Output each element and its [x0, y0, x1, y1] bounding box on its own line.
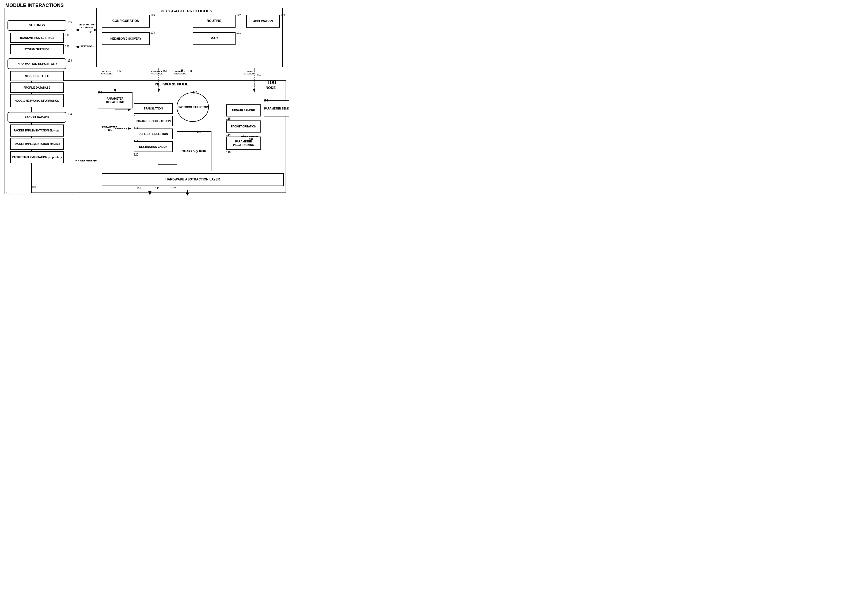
ref-112: 112 [197, 130, 201, 133]
hardware-abstraction-box: HARDWARE ABSTRACTION LAYER [102, 173, 284, 186]
parameter-151-label: PARAMETER 151 [243, 135, 259, 141]
profile-database-box: PROFILE DATABASE [10, 82, 64, 92]
ref-157: 157 [163, 70, 167, 73]
node-label: NODE [266, 86, 276, 90]
information-repository-box: INFORMATION REPOSITORY [8, 58, 67, 69]
neighbor-table-box: NEIGHBOR TABLE [10, 71, 64, 81]
ref-132: 132 [65, 45, 70, 48]
activate-protocol-label: ACTIVATE PROTOCOL [171, 70, 189, 75]
diagram: MODULE INTERACTIONS SETTINGS 135 TRANSMI… [0, 0, 289, 200]
send-parameter-label: SEND PARAMETER [242, 70, 257, 75]
ref-125: 125 [150, 14, 155, 17]
information-exchange-label: INFORMATION EXCHANGE [78, 24, 96, 29]
ref-113: 113 [193, 91, 197, 94]
parameter-dispatching-box: PARAMETER DISPATCHING [98, 92, 133, 108]
configuration-box: CONFIGURATION [102, 15, 150, 27]
network-node-title: NETWORK NODE [155, 82, 189, 86]
packet-impl-prop-box: PACKET IMPLEMENTATION proprietary [10, 151, 64, 163]
ref-124: 124 [150, 31, 155, 34]
pluggable-protocols-title: PLUGGABLE PROTOCOLS [160, 9, 212, 13]
node-network-info-box: NODE & NETWORK INFORMATION [10, 94, 64, 108]
settings-arrow-label-2: SETTINGS [79, 159, 94, 162]
ref-152: 152 [257, 74, 262, 77]
shared-queue-box: SHARED QUEUE [177, 131, 212, 171]
module-interactions-title: MODULE INTERACTIONS [5, 3, 64, 8]
ref-135: 135 [68, 21, 72, 24]
ref-141: 141 [88, 31, 93, 34]
ref-121: 121 [236, 31, 241, 34]
system-settings-box: SYSTEM SETTINGS [10, 44, 64, 55]
settings-arrow-label: SETTINGS [79, 45, 94, 48]
ref-101-label: 101 [32, 186, 36, 188]
register-protocol-label: REGISTER PROTOCOL [148, 70, 165, 75]
packet-creation-box: PACKET CREATION [226, 120, 261, 133]
ref-111: 111 [155, 187, 160, 190]
transmission-settings-box: TRANSMISSION SETTINGS [10, 33, 64, 43]
ref-123: 123 [280, 14, 285, 17]
parameter-extraction-box: PARAMETER EXTRACTION [134, 116, 172, 126]
destination-check-box: DESTINATION CHECK [134, 141, 172, 152]
routing-box: ROUTING [193, 15, 236, 27]
packet-impl-802-box: PACKET IMPLEMENTATION 802.15.4 [10, 138, 64, 150]
ref-162: 162 [171, 187, 176, 190]
parameter-155-label: PARAMETER 155 [102, 126, 118, 131]
application-box: APPLICATION [246, 15, 280, 27]
translation-box: TRANSLATION [134, 103, 172, 114]
ref-153: 153 [264, 99, 268, 102]
ref-156: 156 [116, 70, 121, 73]
ref-134: 134 [68, 113, 72, 116]
packet-impl-6lowpan-box: PACKET IMPLEMENTATION 6lowpan [10, 124, 64, 136]
node-100-label: 100 [266, 79, 276, 86]
protocol-selector-oval: PROTOCOL SELECTOR [177, 92, 209, 122]
ref-161: 161 [136, 187, 141, 190]
ref-103: 103 [6, 191, 11, 195]
ref-133: 133 [68, 59, 72, 62]
parameter-sending-box: PARAMETER SENDING [264, 100, 289, 117]
duplicate-deletion-box: DUPLICATE DELETION [134, 129, 172, 139]
ref-154: 154 [98, 91, 102, 94]
ref-120: 120 [134, 153, 138, 156]
settings-box: SETTINGS [8, 20, 67, 31]
receive-parameter-label: RECEIVE PARAMETER [99, 70, 114, 75]
ref-122: 122 [236, 14, 241, 17]
ref-116: 116 [226, 151, 231, 154]
ref-115: 115 [226, 117, 231, 120]
update-sender-box: UPDATE SENDER [226, 105, 261, 117]
ref-131: 131 [65, 33, 70, 36]
neighbor-discovery-box: NEIGHBOR DISCOVERY [102, 32, 150, 45]
ref-114: 114 [226, 133, 231, 136]
mac-box: MAC [193, 32, 236, 45]
ref-158: 158 [188, 70, 192, 73]
packet-facade-box: PACKET FACADE [8, 112, 67, 123]
